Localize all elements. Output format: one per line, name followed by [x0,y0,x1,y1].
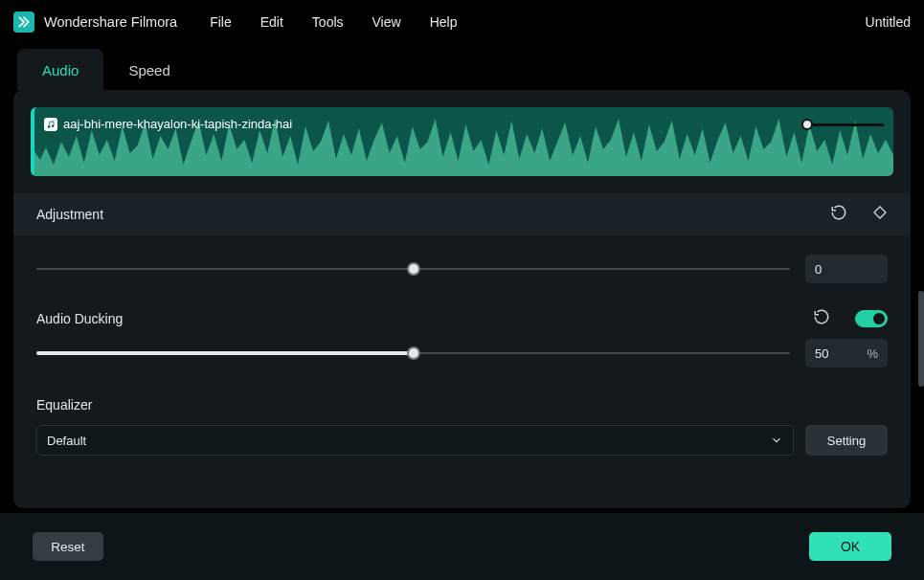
equalizer-preset-select[interactable]: Default [36,425,794,456]
tab-bar: Audio Speed [0,44,924,90]
reset-ducking-icon[interactable] [813,308,830,329]
project-title: Untitled [866,14,911,30]
ducking-value: 50 [815,346,828,361]
tab-audio[interactable]: Audio [17,49,103,90]
reset-adjustment-icon[interactable] [830,204,847,225]
audio-ducking-slider[interactable] [36,344,790,363]
menu-file[interactable]: File [210,14,232,30]
pitch-slider[interactable] [36,259,790,279]
waveform-clip[interactable]: aaj-bhi-mere-khayalon-ki-tapish-zinda-ha… [31,107,893,176]
audio-ducking-row: 50 % [13,339,911,368]
svg-point-0 [48,125,51,128]
audio-ducking-toggle[interactable] [855,310,888,327]
ducking-unit: % [867,346,878,361]
menu-edit[interactable]: Edit [260,14,283,30]
menu-bar: File Edit Tools View Help [210,14,457,30]
audio-ducking-label: Audio Ducking [36,311,123,326]
reset-button[interactable]: Reset [33,532,103,561]
menu-help[interactable]: Help [430,14,458,30]
equalizer-row: Default Setting [13,425,911,456]
equalizer-selected: Default [47,434,86,448]
ok-button[interactable]: OK [809,532,891,561]
audio-ducking-value-box[interactable]: 50 % [805,339,888,368]
track-name: aaj-bhi-mere-khayalon-ki-tapish-zinda-ha… [63,117,292,131]
menu-tools[interactable]: Tools [312,14,344,30]
app-logo-icon [13,11,34,33]
clip-volume-handle[interactable] [801,119,884,130]
menu-view[interactable]: View [372,14,401,30]
audio-ducking-header: Audio Ducking [13,308,911,329]
equalizer-setting-button[interactable]: Setting [805,425,888,456]
tab-speed[interactable]: Speed [103,49,194,90]
equalizer-label: Equalizer [36,397,92,413]
adjustment-section-header: Adjustment [13,193,911,235]
svg-point-1 [52,124,55,127]
panel-scrollbar[interactable] [918,291,924,387]
equalizer-label-row: Equalizer [13,396,911,413]
adjustment-label: Adjustment [36,207,103,222]
music-note-icon [44,118,57,131]
pitch-value: 0 [815,262,822,277]
pitch-row: 0 [13,235,911,283]
footer-bar: Reset OK [0,513,924,580]
audio-panel: aaj-bhi-mere-khayalon-ki-tapish-zinda-ha… [13,90,911,508]
app-title: Wondershare Filmora [44,14,177,30]
title-bar: Wondershare Filmora File Edit Tools View… [0,0,924,44]
keyframe-diamond-icon[interactable] [872,205,888,224]
pitch-value-box[interactable]: 0 [805,255,888,283]
chevron-down-icon [770,434,783,447]
